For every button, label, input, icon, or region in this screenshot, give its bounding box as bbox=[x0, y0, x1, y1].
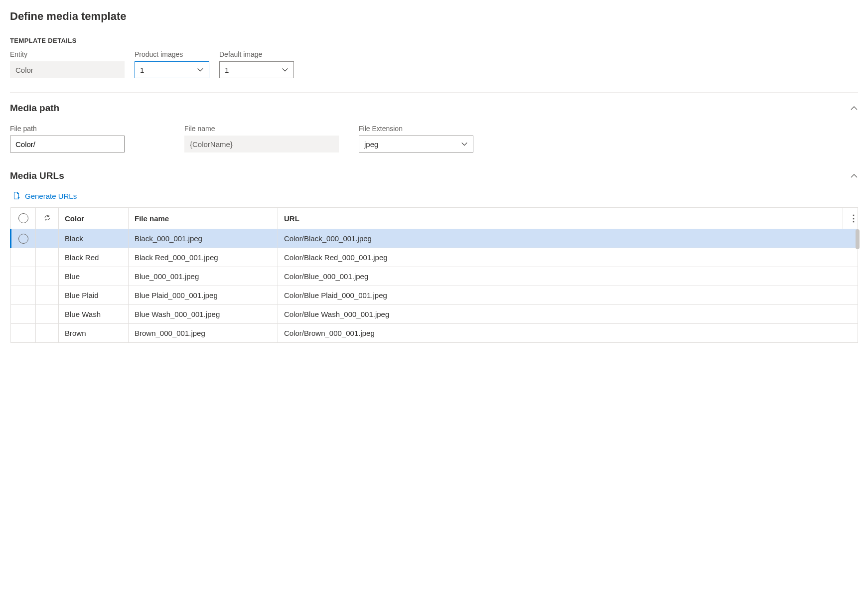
file-name-value: {ColorName} bbox=[190, 140, 233, 148]
chevron-down-icon bbox=[282, 66, 289, 73]
file-name-field: {ColorName} bbox=[184, 136, 339, 152]
grid-more-header[interactable]: ⋮ bbox=[843, 208, 858, 229]
default-image-label: Default image bbox=[219, 50, 294, 58]
template-details-fields: Entity Color Product images 1 Default im… bbox=[10, 50, 858, 78]
row-select[interactable] bbox=[11, 229, 36, 248]
product-images-label: Product images bbox=[135, 50, 209, 58]
cell-color: Black Red bbox=[59, 248, 129, 267]
row-select[interactable] bbox=[11, 324, 36, 343]
cell-color: Blue bbox=[59, 267, 129, 286]
media-urls-title: Media URLs bbox=[10, 170, 64, 181]
cell-color: Black bbox=[59, 229, 129, 248]
cell-file-name: Brown_000_001.jpeg bbox=[129, 324, 278, 343]
product-images-select[interactable]: 1 bbox=[135, 61, 209, 78]
cell-file-name: Blue Plaid_000_001.jpeg bbox=[129, 286, 278, 305]
row-refresh bbox=[36, 267, 59, 286]
cell-file-name: Black Red_000_001.jpeg bbox=[129, 248, 278, 267]
cell-file-name: Black_000_001.jpeg bbox=[129, 229, 278, 248]
cell-url: Color/Black_000_001.jpeg bbox=[278, 229, 858, 248]
generate-urls-label: Generate URLs bbox=[25, 192, 77, 200]
document-plus-icon bbox=[12, 191, 21, 200]
product-images-value: 1 bbox=[140, 66, 144, 74]
refresh-icon bbox=[43, 214, 51, 222]
row-select[interactable] bbox=[11, 248, 36, 267]
file-path-label: File path bbox=[10, 125, 125, 133]
chevron-down-icon bbox=[197, 66, 204, 73]
default-image-select[interactable]: 1 bbox=[219, 61, 294, 78]
cell-url: Color/Blue Plaid_000_001.jpeg bbox=[278, 286, 858, 305]
row-refresh bbox=[36, 324, 59, 343]
media-path-fields: File path File name {ColorName} File Ext… bbox=[10, 125, 858, 152]
row-select[interactable] bbox=[11, 267, 36, 286]
cell-file-name: Blue_000_001.jpeg bbox=[129, 267, 278, 286]
cell-url: Color/Brown_000_001.jpeg bbox=[278, 324, 858, 343]
select-all-header[interactable] bbox=[11, 208, 36, 229]
file-extension-label: File Extension bbox=[359, 125, 473, 133]
column-header-file-name[interactable]: File name bbox=[129, 208, 278, 229]
table-row[interactable]: Black RedBlack Red_000_001.jpegColor/Bla… bbox=[11, 248, 858, 267]
cell-color: Blue Plaid bbox=[59, 286, 129, 305]
table-row[interactable]: BrownBrown_000_001.jpegColor/Brown_000_0… bbox=[11, 324, 858, 343]
generate-urls-button[interactable]: Generate URLs bbox=[10, 190, 79, 201]
row-refresh bbox=[36, 286, 59, 305]
page-title: Define media template bbox=[10, 10, 858, 23]
table-row[interactable]: BlueBlue_000_001.jpegColor/Blue_000_001.… bbox=[11, 267, 858, 286]
file-extension-select[interactable]: jpeg bbox=[359, 136, 473, 152]
row-select[interactable] bbox=[11, 305, 36, 324]
refresh-header[interactable] bbox=[36, 208, 59, 229]
cell-url: Color/Blue Wash_000_001.jpeg bbox=[278, 305, 858, 324]
column-header-color[interactable]: Color bbox=[59, 208, 129, 229]
file-path-input[interactable] bbox=[10, 136, 125, 152]
file-extension-value: jpeg bbox=[364, 140, 378, 148]
cell-file-name: Blue Wash_000_001.jpeg bbox=[129, 305, 278, 324]
cell-url: Color/Black Red_000_001.jpeg bbox=[278, 248, 858, 267]
default-image-value: 1 bbox=[225, 66, 229, 74]
table-row[interactable]: Blue PlaidBlue Plaid_000_001.jpegColor/B… bbox=[11, 286, 858, 305]
scrollbar-thumb[interactable] bbox=[856, 229, 860, 249]
row-refresh bbox=[36, 305, 59, 324]
entity-label: Entity bbox=[10, 50, 125, 58]
template-details-header: TEMPLATE DETAILS bbox=[10, 37, 858, 44]
chevron-down-icon bbox=[461, 141, 468, 148]
file-name-label: File name bbox=[184, 125, 299, 133]
table-row[interactable]: Blue WashBlue Wash_000_001.jpegColor/Blu… bbox=[11, 305, 858, 324]
cell-color: Blue Wash bbox=[59, 305, 129, 324]
media-path-title: Media path bbox=[10, 103, 59, 114]
cell-url: Color/Blue_000_001.jpeg bbox=[278, 267, 858, 286]
row-select[interactable] bbox=[11, 286, 36, 305]
row-refresh bbox=[36, 229, 59, 248]
media-urls-header[interactable]: Media URLs bbox=[10, 170, 858, 181]
media-path-header[interactable]: Media path bbox=[10, 103, 858, 114]
cell-color: Brown bbox=[59, 324, 129, 343]
media-urls-grid: Color File name URL ⋮ BlackBlack_000_001… bbox=[10, 207, 858, 343]
column-header-url[interactable]: URL bbox=[278, 208, 843, 229]
more-vertical-icon: ⋮ bbox=[849, 213, 858, 223]
entity-value: Color bbox=[15, 66, 33, 74]
chevron-up-icon bbox=[850, 104, 858, 112]
entity-field: Color bbox=[10, 61, 125, 78]
table-row[interactable]: BlackBlack_000_001.jpegColor/Black_000_0… bbox=[11, 229, 858, 248]
chevron-up-icon bbox=[850, 172, 858, 180]
divider bbox=[10, 92, 858, 93]
row-refresh bbox=[36, 248, 59, 267]
